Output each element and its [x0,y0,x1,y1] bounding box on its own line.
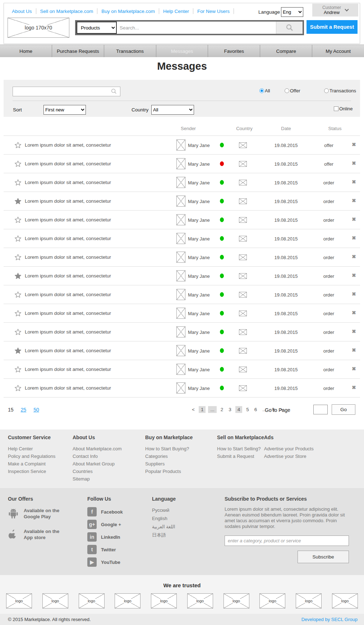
message-row[interactable]: Lorem ipsum dolor sit amet, consectetur … [4,285,360,304]
goto-page-input[interactable] [313,405,328,414]
message-row[interactable]: Lorem ipsum dolor sit amet, consectetur … [4,229,360,248]
star-icon[interactable] [14,235,22,242]
delete-message-icon[interactable]: ✖ [352,291,356,297]
page-number[interactable]: < [190,406,196,413]
delete-message-icon[interactable]: ✖ [352,366,356,372]
social-link[interactable]: ▶ YouTube [87,557,152,567]
message-row[interactable]: Lorem ipsum dolor sit amet, consectetur … [4,136,360,155]
nav-tab[interactable]: Messages [156,45,208,57]
social-link[interactable]: g+ Google + [87,520,152,529]
delete-message-icon[interactable]: ✖ [352,347,356,353]
message-subject[interactable]: Lorem ipsum dolor sit amet, consectetur [25,180,111,185]
google-play-badge[interactable]: Avaliable on the Google Play [8,507,87,520]
footer-link[interactable]: Popular Products [145,468,217,475]
message-row[interactable]: Lorem ipsum dolor sit amet, consectetur … [4,341,360,360]
nav-tab[interactable]: Purchase Requests [52,45,104,57]
footer-link[interactable]: Make a Complaint [8,460,73,468]
go-button[interactable]: Go [332,404,355,415]
sender-name[interactable]: Mary Jane [188,255,210,260]
top-link[interactable]: Sell on Marketplace.com [40,9,93,14]
message-subject[interactable]: Lorem ipsum dolor sit amet, consectetur [25,292,111,297]
delete-message-icon[interactable]: ✖ [352,385,356,390]
language-option[interactable]: English [152,515,225,523]
sender-name[interactable]: Mary Jane [188,292,210,298]
social-link[interactable]: in LinkedIn [87,532,152,542]
message-row[interactable]: Lorem ipsum dolor sit amet, consectetur … [4,267,360,285]
message-subject[interactable]: Lorem ipsum dolor sit amet, consectetur [25,254,111,260]
sender-name[interactable]: Mary Jane [188,311,210,316]
star-icon[interactable] [14,385,22,392]
message-row[interactable]: Lorem ipsum dolor sit amet, consectetur … [4,248,360,267]
message-subject[interactable]: Lorem ipsum dolor sit amet, consectetur [25,217,111,222]
footer-link[interactable]: Advertise your Store [264,452,314,460]
footer-link[interactable]: Policy and Regulations [8,452,73,460]
message-subject[interactable]: Lorem ipsum dolor sit amet, consectetur [25,385,111,391]
page-size-option[interactable]: 50 [33,407,39,413]
sender-name[interactable]: Mary Jane [188,386,210,391]
page-size-option[interactable]: 25 [21,407,27,413]
social-link[interactable]: f Facebook [87,507,152,516]
footer-link[interactable]: Help Center [8,445,73,452]
page-size-option[interactable]: 15 [8,407,14,413]
social-link[interactable]: t Twitter [87,545,152,554]
subscribe-input[interactable] [225,536,349,546]
message-row[interactable]: Lorem ipsum dolor sit amet, consectetur … [4,173,360,192]
country-select[interactable]: All [151,105,194,115]
delete-message-icon[interactable]: ✖ [352,328,356,334]
star-icon[interactable] [14,272,22,280]
message-subject[interactable]: Lorem ipsum dolor sit amet, consectetur [25,236,111,241]
nav-tab[interactable]: Favorites [208,45,260,57]
page-number[interactable]: 3 [227,406,233,413]
top-link[interactable]: About Us [12,9,32,14]
star-icon[interactable] [14,142,22,149]
footer-link[interactable]: About Marketplace.com [73,445,145,452]
top-link[interactable]: Help Center [163,9,189,14]
filter-radio[interactable]: Offer [285,88,300,93]
delete-message-icon[interactable]: ✖ [352,179,356,185]
message-row[interactable]: Lorem ipsum dolor sit amet, consectetur … [4,360,360,379]
page-number[interactable]: ... [208,406,216,413]
developer-link[interactable]: Developed by SECL Group [301,617,358,622]
star-icon[interactable] [14,160,22,167]
message-row[interactable]: Lorem ipsum dolor sit amet, consectetur … [4,304,360,323]
sender-name[interactable]: Mary Jane [188,199,210,204]
delete-message-icon[interactable]: ✖ [352,142,356,147]
footer-link[interactable]: Inspection Service [8,468,73,475]
sender-name[interactable]: Mary Jane [188,143,210,148]
star-icon[interactable] [14,291,22,298]
sender-name[interactable]: Mary Jane [188,348,210,354]
footer-link[interactable]: How to Start Buying? [145,445,217,452]
sender-name[interactable]: Mary Jane [188,217,210,223]
nav-tab[interactable]: Compare [260,45,312,57]
page-number[interactable]: 2 [219,406,225,413]
message-subject[interactable]: Lorem ipsum dolor sit amet, consectetur [25,273,111,279]
customer-menu[interactable]: Customer Andrew [312,4,358,17]
category-select[interactable]: Products [77,22,117,34]
submit-request-button[interactable]: Submit a Request [307,20,358,34]
sender-name[interactable]: Mary Jane [188,367,210,372]
delete-message-icon[interactable]: ✖ [352,254,356,259]
footer-link[interactable]: About Market Group [73,460,145,468]
app-store-badge[interactable]: Avaliable on the App store [8,528,87,541]
message-row[interactable]: Lorem ipsum dolor sit amet, consectetur … [4,379,360,397]
sender-name[interactable]: Mary Jane [188,274,210,279]
sender-name[interactable]: Mary Jane [188,330,210,335]
star-icon[interactable] [14,328,22,336]
message-subject[interactable]: Lorem ipsum dolor sit amet, consectetur [25,348,111,353]
star-icon[interactable] [14,216,22,224]
language-option[interactable]: 日本語 [152,531,225,539]
language-option[interactable]: اللغة العربية [152,523,225,531]
language-select[interactable]: Eng [281,7,303,17]
page-number[interactable]: 1 [199,406,206,413]
star-icon[interactable] [14,254,22,261]
top-link[interactable]: Buy on Marketplace.com [101,9,155,14]
page-number[interactable]: 4 [235,406,243,413]
page-number[interactable]: 5 [245,406,250,413]
delete-message-icon[interactable]: ✖ [352,310,356,316]
footer-link[interactable]: Categories [145,452,217,460]
delete-message-icon[interactable]: ✖ [352,198,356,203]
filter-radio[interactable]: All [259,88,270,93]
filter-radio[interactable]: Transactions [324,88,356,93]
footer-link[interactable]: Countries [73,468,145,475]
sender-name[interactable]: Mary Jane [188,161,210,167]
